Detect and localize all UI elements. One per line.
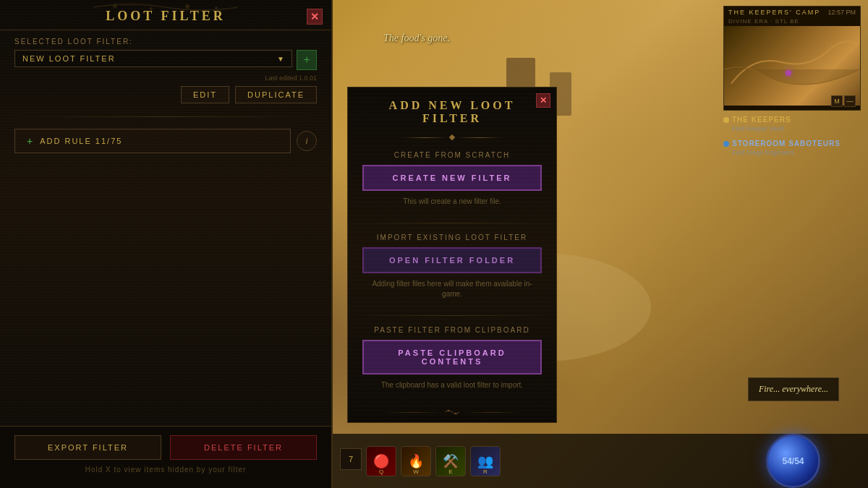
import-filter-title: IMPORT EXISTING LOOT FILTER <box>362 234 542 241</box>
paste-filter-title: PASTE FILTER FROM CLIPBOARD <box>362 326 542 334</box>
skill-slot-e[interactable]: ⚒️ E <box>435 446 466 476</box>
minimap-m-button[interactable]: M <box>831 95 843 107</box>
dropdown-arrow-icon: ▼ <box>277 55 284 63</box>
panel-divider-1 <box>14 116 317 117</box>
filter-selected-value: NEW LOOT FILTER <box>22 54 277 63</box>
orb-value: 54/54 <box>782 456 804 466</box>
minimap-title: THE KEEPERS' CAMP <box>728 9 820 16</box>
skill-e-icon: ⚒️ <box>443 453 459 469</box>
skill-slot-r[interactable]: 👥 R <box>470 446 501 476</box>
loot-filter-panel: LOOT FILTER ✕ SELECTED LOOT FILTER: NEW … <box>0 0 333 488</box>
paste-clipboard-hint: The clipboard has a valid loot filter to… <box>362 380 542 390</box>
filter-dropdown[interactable]: NEW LOOT FILTER ▼ <box>14 50 292 67</box>
info-button[interactable]: i <box>297 131 317 151</box>
bottom-deco-line-right <box>462 412 520 413</box>
edit-button[interactable]: EDIT <box>181 86 229 103</box>
modal-header: ADD NEW LOOT FILTER ✕ <box>348 87 556 132</box>
modal-divider-2 <box>355 315 549 316</box>
svg-point-5 <box>455 413 457 415</box>
create-from-scratch-title: CREATE FROM SCRATCH <box>362 151 542 159</box>
quest-item-2: STOREROOM SABOTEURS Find Siege Engineers <box>723 140 861 156</box>
export-filter-button[interactable]: EXPORT FILTER <box>14 435 161 460</box>
skill-w-icon: 🔥 <box>408 453 424 469</box>
version-text: Last edited 1.0.01 <box>14 74 317 82</box>
panel-close-button[interactable]: ✕ <box>307 9 323 25</box>
skill-w-key: W <box>413 468 419 475</box>
objectives-panel: THE KEEPERS Find Keeper Vault STOREROOM … <box>723 116 861 163</box>
svg-point-4 <box>448 410 450 412</box>
modal-title-decoration <box>348 135 556 140</box>
add-rule-label: ADD RULE 11/75 <box>40 137 122 145</box>
footer-hint: Hold X to view items hidden by your filt… <box>14 466 317 474</box>
selected-filter-section: SELECTED LOOT FILTER: NEW LOOT FILTER ▼ … <box>0 30 331 111</box>
footer-buttons: EXPORT FILTER DELETE FILTER <box>14 435 317 460</box>
floating-game-text: The food's gone. <box>383 33 450 44</box>
minimap-image <box>724 26 860 106</box>
add-rule-button[interactable]: + ADD RULE 11/75 <box>14 129 291 153</box>
panel-content <box>0 159 331 434</box>
quest-item: THE KEEPERS Find Keeper Vault <box>723 116 861 132</box>
deco-line-right <box>457 137 501 138</box>
create-from-scratch-section: CREATE FROM SCRATCH CREATE NEW FILTER Th… <box>348 145 556 218</box>
modal-divider-1 <box>355 223 549 223</box>
filter-controls: NEW LOOT FILTER ▼ + <box>14 50 317 70</box>
minimap-header: THE KEEPERS' CAMP 12:57 PM <box>724 7 860 18</box>
minimap: THE KEEPERS' CAMP 12:57 PM DIVINE ERA · … <box>723 6 861 111</box>
panel-title: LOOT FILTER <box>14 9 317 24</box>
quest-dot-blue-icon <box>723 141 729 147</box>
quest-sub-1: Find Keeper Vault <box>732 125 861 132</box>
skill-q-key: Q <box>379 468 383 475</box>
quest-sub-2: Find Siege Engineers <box>732 149 861 156</box>
skill-q-icon: 🔴 <box>373 453 389 469</box>
minimap-time: 12:57 PM <box>827 9 856 16</box>
quest-title-2: STOREROOM SABOTEURS <box>732 140 841 147</box>
modal-title: ADD NEW LOOT FILTER <box>362 99 542 125</box>
plus-icon: + <box>27 135 34 147</box>
panel-header: LOOT FILTER ✕ <box>0 0 331 30</box>
bottom-deco-line-left <box>384 412 442 413</box>
skill-slot-q[interactable]: 🔴 Q <box>366 446 396 476</box>
create-filter-hint: This will create a new filter file. <box>362 197 542 207</box>
quest-dot-icon <box>723 117 729 123</box>
level-badge: 7 <box>340 448 362 470</box>
minimap-controls: M — <box>831 95 856 107</box>
paste-clipboard-section: PASTE FILTER FROM CLIPBOARD PASTE CLIPBO… <box>348 320 556 402</box>
health-orb: 54/54 <box>766 434 820 488</box>
skill-r-icon: 👥 <box>477 453 493 469</box>
deco-line-left <box>404 137 447 138</box>
bottom-hud: 7 🔴 Q 🔥 W ⚒️ E 👥 R 54/54 <box>333 434 868 488</box>
minimap-minus-button[interactable]: — <box>844 95 856 107</box>
minimap-svg <box>724 26 860 106</box>
action-buttons: EDIT DUPLICATE <box>14 86 317 103</box>
minimap-subtitle: DIVINE ERA · STL BE <box>724 18 860 26</box>
add-filter-modal: ADD NEW LOOT FILTER ✕ CREATE FROM SCRATC… <box>347 87 557 423</box>
add-filter-button[interactable]: + <box>297 50 317 70</box>
skill-e-key: E <box>448 468 452 475</box>
modal-close-button[interactable]: ✕ <box>536 93 550 108</box>
open-folder-hint: Adding filter files here will make them … <box>362 279 542 299</box>
quest-header-1: THE KEEPERS <box>723 116 861 124</box>
import-filter-section: IMPORT EXISTING LOOT FILTER OPEN FILTER … <box>348 228 556 311</box>
deco-diamond-icon <box>449 134 455 140</box>
quest-header-2: STOREROOM SABOTEURS <box>723 140 861 147</box>
quest-title-1: THE KEEPERS <box>732 116 791 124</box>
bottom-deco-vine-icon <box>445 408 459 416</box>
paste-clipboard-button[interactable]: PASTE CLIPBOARD CONTENTS <box>362 340 542 374</box>
panel-footer: EXPORT FILTER DELETE FILTER Hold X to vi… <box>0 426 331 488</box>
delete-filter-button[interactable]: DELETE FILTER <box>170 435 317 460</box>
create-new-filter-button[interactable]: CREATE NEW FILTER <box>362 165 542 191</box>
selected-filter-label: SELECTED LOOT FILTER: <box>14 38 317 46</box>
duplicate-button[interactable]: DUPLICATE <box>235 86 317 103</box>
skill-slot-w[interactable]: 🔥 W <box>401 446 431 476</box>
skill-r-key: R <box>483 468 488 475</box>
modal-bottom-decoration <box>348 402 556 422</box>
notification-box: Fire... everywhere... <box>748 377 839 401</box>
add-rule-row: + ADD RULE 11/75 i <box>0 123 331 159</box>
open-filter-folder-button[interactable]: OPEN FILTER FOLDER <box>362 247 542 273</box>
